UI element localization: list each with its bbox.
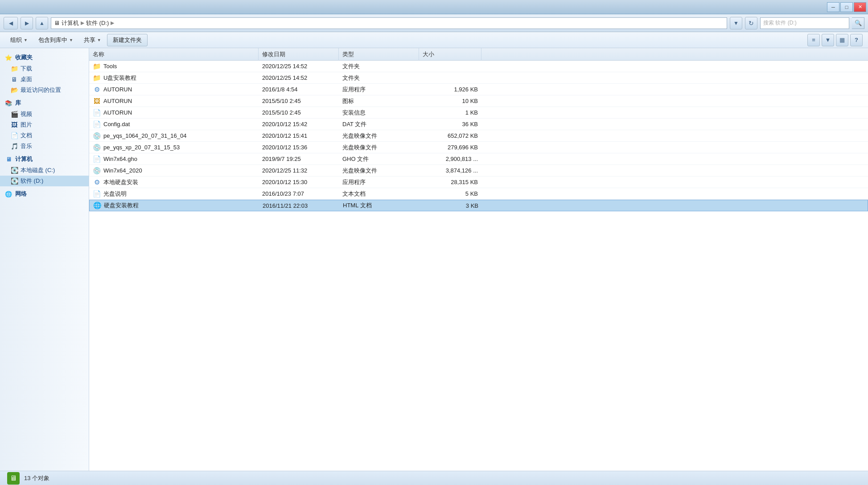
star-icon: ⭐ [4, 53, 12, 62]
table-row[interactable]: 🖼 AUTORUN 2015/5/10 2:45 图标 10 KB [89, 95, 868, 107]
file-date: 2020/10/12 15:30 [262, 179, 307, 185]
back-icon: ◀ [9, 20, 13, 26]
file-cell-size: 5 KB [419, 188, 481, 200]
sidebar-item-local-c[interactable]: 💽 本地磁盘 (C:) [0, 165, 89, 176]
file-cell-size: 652,072 KB [419, 130, 481, 142]
table-row[interactable]: 🌐 硬盘安装教程 2016/11/21 22:03 HTML 文档 3 KB [89, 200, 868, 211]
new-folder-label: 新建文件夹 [113, 36, 142, 44]
network-header[interactable]: 🌐 网络 [0, 188, 89, 200]
status-bar: 🖥 13 个对象 [0, 471, 868, 485]
file-name: Config.dat [103, 121, 130, 127]
table-row[interactable]: ⚙ 本地硬盘安装 2020/10/12 15:30 应用程序 28,315 KB [89, 177, 868, 188]
path-sep-1: ▶ [81, 20, 84, 26]
file-type-icon: 💿 [93, 144, 101, 152]
file-date: 2016/1/8 4:54 [262, 86, 298, 93]
back-button[interactable]: ◀ [4, 17, 18, 29]
file-type-icon: ⚙ [93, 178, 101, 186]
file-cell-name: 💿 pe_yqs_1064_20_07_31_16_04 [89, 130, 259, 142]
network-section: 🌐 网络 [0, 188, 89, 200]
favorites-header[interactable]: ⭐ 收藏夹 [0, 52, 89, 63]
search-button[interactable]: 🔍 [852, 17, 864, 29]
computer-icon: 🖥 [4, 155, 12, 163]
file-cell-size: 3 KB [420, 200, 482, 211]
file-name: AUTORUN [103, 98, 132, 104]
file-size: 28,315 KB [451, 179, 478, 185]
file-size: 1,926 KB [454, 86, 478, 93]
music-icon: 🎵 [11, 143, 18, 150]
file-cell-name: 📁 U盘安装教程 [89, 72, 259, 84]
file-type-icon: 📄 [93, 190, 101, 198]
file-name: Win7x64.gho [103, 156, 137, 162]
help-button[interactable]: ? [850, 34, 863, 46]
table-row[interactable]: 💿 pe_yqs_1064_20_07_31_16_04 2020/10/12 … [89, 130, 868, 142]
favorites-label: 收藏夹 [15, 53, 33, 62]
file-date: 2020/12/25 11:32 [262, 167, 307, 174]
folder-icon: 📁 [11, 65, 18, 72]
dropdown-button[interactable]: ▼ [730, 17, 742, 29]
column-header-date[interactable]: 修改日期 [259, 48, 339, 61]
refresh-button[interactable]: ↻ [745, 17, 757, 29]
file-cell-size: 28,315 KB [419, 177, 481, 188]
table-row[interactable]: ⚙ AUTORUN 2016/1/8 4:54 应用程序 1,926 KB [89, 84, 868, 95]
search-box[interactable]: 搜索 软件 (D:) [760, 17, 849, 29]
network-label: 网络 [15, 190, 27, 198]
pack-button[interactable]: 包含到库中 ▼ [33, 34, 78, 46]
computer-header[interactable]: 🖥 计算机 [0, 153, 89, 165]
file-size: 652,072 KB [448, 132, 478, 139]
table-row[interactable]: 💿 pe_yqs_xp_20_07_31_15_53 2020/10/12 15… [89, 142, 868, 153]
preview-button[interactable]: ▦ [836, 34, 848, 46]
table-row[interactable]: 📄 Win7x64.gho 2019/9/7 19:25 GHO 文件 2,90… [89, 153, 868, 165]
column-header-size[interactable]: 大小 [419, 48, 481, 61]
up-button[interactable]: ▲ [36, 17, 48, 29]
sidebar-item-video[interactable]: 🎬 视频 [0, 109, 89, 119]
minimize-button[interactable]: ─ [827, 2, 839, 12]
organize-button[interactable]: 组织 ▼ [5, 34, 33, 46]
library-header[interactable]: 📚 库 [0, 97, 89, 109]
sidebar-item-doc[interactable]: 📄 文档 [0, 130, 89, 141]
column-header-type[interactable]: 类型 [339, 48, 419, 61]
table-row[interactable]: 📄 Config.dat 2020/10/12 15:42 DAT 文件 36 … [89, 119, 868, 130]
view-button[interactable]: ≡ [807, 34, 820, 46]
preview-icon: ▦ [839, 37, 845, 43]
path-drive: 软件 (D:) [86, 19, 109, 27]
address-path[interactable]: 🖥 计算机 ▶ 软件 (D:) ▶ [51, 17, 727, 29]
file-cell-size: 1 KB [419, 107, 481, 119]
file-size: 3 KB [466, 202, 478, 209]
sidebar-item-software-d[interactable]: 💽 软件 (D:) [0, 176, 89, 186]
sidebar-item-image[interactable]: 🖼 图片 [0, 119, 89, 130]
table-row[interactable]: 📄 光盘说明 2016/10/23 7:07 文本文档 5 KB [89, 188, 868, 200]
computer-icon: 🖥 [54, 20, 60, 26]
share-button[interactable]: 共享 ▼ [79, 34, 106, 46]
close-button[interactable]: ✕ [854, 2, 866, 12]
file-cell-type: 文本文档 [339, 188, 419, 200]
file-cell-size: 279,696 KB [419, 142, 481, 153]
file-cell-name: 🌐 硬盘安装教程 [90, 200, 259, 211]
view-arrow-button[interactable]: ▼ [822, 34, 834, 46]
file-size: 1 KB [465, 109, 478, 116]
file-type-icon: 🖼 [93, 97, 101, 105]
file-size: 2,900,813 ... [446, 156, 478, 162]
table-row[interactable]: 📁 U盘安装教程 2020/12/25 14:52 文件夹 [89, 72, 868, 84]
file-cell-name: 🖼 AUTORUN [89, 95, 259, 107]
column-header-name[interactable]: 名称 [89, 48, 259, 61]
table-row[interactable]: 📄 AUTORUN 2015/5/10 2:45 安装信息 1 KB [89, 107, 868, 119]
main-layout: ⭐ 收藏夹 📁 下载 🖥 桌面 📂 最近访问的位置 📚 库 [0, 48, 868, 471]
file-date: 2020/10/12 15:41 [262, 132, 307, 139]
sidebar-item-music[interactable]: 🎵 音乐 [0, 141, 89, 152]
file-cell-date: 2016/11/21 22:03 [259, 200, 339, 211]
toolbar: 组织 ▼ 包含到库中 ▼ 共享 ▼ 新建文件夹 ≡ ▼ ▦ ? [0, 32, 868, 48]
file-cell-date: 2020/10/12 15:42 [259, 119, 339, 130]
drive-c-icon: 💽 [11, 167, 18, 174]
file-name: 光盘说明 [103, 190, 127, 198]
forward-button[interactable]: ▶ [21, 17, 33, 29]
maximize-button[interactable]: □ [840, 2, 853, 12]
sidebar-item-download[interactable]: 📁 下载 [0, 63, 89, 74]
file-type-icon: 💿 [93, 167, 101, 175]
image-icon: 🖼 [11, 121, 18, 128]
file-type-icon: 🌐 [93, 201, 101, 210]
new-folder-button[interactable]: 新建文件夹 [107, 34, 148, 46]
table-row[interactable]: 💿 Win7x64_2020 2020/12/25 11:32 光盘映像文件 3… [89, 165, 868, 177]
table-row[interactable]: 📁 Tools 2020/12/25 14:52 文件夹 [89, 61, 868, 72]
sidebar-item-recent[interactable]: 📂 最近访问的位置 [0, 85, 89, 95]
sidebar-item-desktop[interactable]: 🖥 桌面 [0, 74, 89, 85]
